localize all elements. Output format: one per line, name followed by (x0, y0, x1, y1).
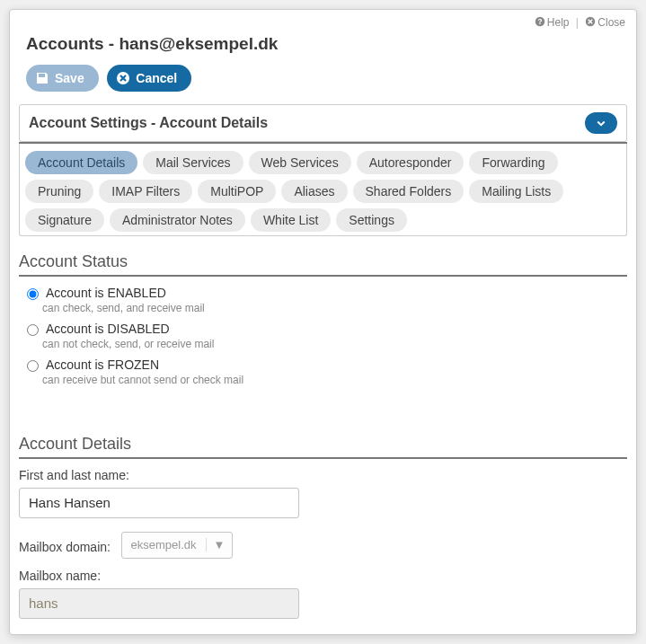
status-option: Account is FROZEN (22, 357, 627, 372)
tab-forwarding[interactable]: Forwarding (469, 151, 557, 174)
status-label: Account is FROZEN (46, 357, 159, 372)
name-label: First and last name: (19, 468, 627, 482)
details-group-title: Account Details (19, 435, 627, 459)
svg-text:?: ? (537, 18, 542, 26)
help-icon: ? (535, 16, 545, 27)
top-links: ?Help | Close (26, 15, 625, 32)
action-bar: Save Cancel (26, 65, 625, 92)
tab-settings[interactable]: Settings (336, 208, 407, 232)
status-options: Account is ENABLEDcan check, send, and r… (19, 286, 627, 386)
account-dialog: ?Help | Close Accounts - hans@eksempel.d… (9, 9, 637, 635)
tab-administrator-notes[interactable]: Administrator Notes (110, 208, 245, 232)
tab-imap-filters[interactable]: IMAP Filters (99, 180, 192, 203)
save-icon (35, 71, 49, 85)
tab-web-services[interactable]: Web Services (249, 151, 351, 174)
tab-white-list[interactable]: White List (251, 208, 331, 232)
content-scroll[interactable]: Account Status Account is ENABLEDcan che… (19, 247, 634, 625)
save-label: Save (55, 71, 84, 85)
status-desc: can receive but cannot send or check mai… (42, 374, 627, 386)
status-label: Account is ENABLED (46, 286, 166, 300)
divider: | (576, 16, 579, 29)
tab-account-details[interactable]: Account Details (25, 151, 137, 174)
close-label: Close (597, 16, 625, 29)
status-desc: can check, send, and receive mail (42, 302, 627, 314)
chevron-down-icon (596, 118, 606, 128)
help-label: Help (547, 16, 570, 29)
close-icon (585, 16, 596, 27)
status-option: Account is DISABLED (22, 322, 627, 336)
status-radio[interactable] (27, 324, 39, 336)
status-group-title: Account Status (19, 252, 627, 277)
tab-pruning[interactable]: Pruning (25, 180, 93, 203)
chevron-down-icon: ▼ (206, 538, 233, 551)
tab-shared-folders[interactable]: Shared Folders (353, 180, 465, 203)
domain-value: eksempel.dk (122, 538, 206, 551)
cancel-icon (116, 71, 130, 85)
tab-aliases[interactable]: Aliases (281, 180, 347, 203)
mailbox-label: Mailbox name: (19, 569, 627, 583)
tab-multipop[interactable]: MultiPOP (198, 180, 276, 203)
help-link[interactable]: ?Help (535, 15, 572, 28)
tab-mailing-lists[interactable]: Mailing Lists (469, 180, 563, 203)
tab-signature[interactable]: Signature (25, 208, 104, 232)
tabs-container: Account DetailsMail ServicesWeb Services… (19, 144, 627, 236)
tab-autoresponder[interactable]: Autoresponder (357, 151, 465, 174)
section-bar: Account Settings - Account Details (19, 104, 627, 142)
close-link[interactable]: Close (585, 15, 625, 28)
name-input[interactable] (19, 488, 299, 518)
domain-select[interactable]: eksempel.dk ▼ (121, 532, 234, 559)
dialog-header: ?Help | Close Accounts - hans@eksempel.d… (10, 10, 636, 104)
save-button[interactable]: Save (26, 65, 99, 92)
status-radio[interactable] (27, 360, 39, 372)
status-radio[interactable] (27, 288, 39, 300)
section-title: Account Settings - Account Details (29, 115, 268, 131)
tab-mail-services[interactable]: Mail Services (143, 151, 243, 174)
section-toggle-button[interactable] (585, 112, 617, 134)
domain-row: Mailbox domain: eksempel.dk ▼ (19, 531, 627, 560)
page-title: Accounts - hans@eksempel.dk (26, 34, 625, 54)
domain-label: Mailbox domain: (19, 540, 111, 554)
cancel-button[interactable]: Cancel (107, 65, 191, 92)
status-desc: can not check, send, or receive mail (42, 338, 627, 350)
spacer (19, 393, 627, 429)
status-option: Account is ENABLED (22, 286, 627, 300)
status-label: Account is DISABLED (46, 322, 170, 336)
cancel-label: Cancel (136, 71, 177, 85)
mailbox-input[interactable] (19, 588, 299, 619)
